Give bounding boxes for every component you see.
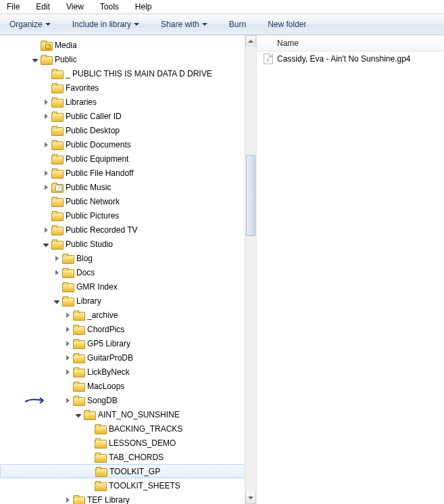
tree-item-label: Blog [76,254,93,263]
include-in-library-button[interactable]: Include in library [68,17,143,32]
expand-icon[interactable] [42,169,50,177]
tree-item[interactable]: Favorites [0,81,245,95]
menu-tools[interactable]: Tools [96,1,123,13]
expand-icon[interactable] [64,311,72,319]
tree-item-label: Public [55,55,77,64]
folder-icon [73,353,84,363]
tree-item-label: Public Equipment [66,154,128,164]
tree-item[interactable]: Docs [0,265,245,279]
tree-item-label: Favorites [66,83,99,93]
burn-label: Burn [229,20,246,29]
tree-item[interactable]: _archive [0,308,245,322]
locked-folder-icon [41,41,51,50]
folder-icon [95,467,106,476]
tree-item[interactable]: LickByNeck [0,365,245,379]
tree-item-label: TOOLKIT_SHEETS [109,481,180,490]
dropdown-arrow-icon [45,23,51,26]
folder-icon [51,69,62,78]
collapse-icon[interactable] [42,240,50,248]
column-header-name[interactable]: Name [257,35,444,51]
tree-item[interactable]: _ PUBLIC THIS IS MAIN DATA D DRIVE [0,66,245,81]
arrow-down-icon [248,497,253,499]
expander-placeholder [42,212,50,220]
folder-icon [51,154,62,164]
tree-item[interactable]: Blog [0,251,245,265]
expand-icon[interactable] [53,269,61,277]
tree-item[interactable]: AINT_NO_SUNSHINE [0,407,245,421]
folder-icon [51,97,62,107]
tree-item[interactable]: Public Caller ID [0,109,245,123]
tree-item-label: Public File Handoff [66,168,134,178]
tree-item[interactable]: Public Pictures [0,208,245,223]
tree-item[interactable]: GMR Index [0,279,245,294]
tree-item[interactable]: TOOLKIT_GP [0,464,245,478]
collapse-icon[interactable] [31,55,39,64]
folder-icon [62,268,73,277]
organize-button[interactable]: Organize [5,17,55,32]
tree-item[interactable]: LESSONS_DEMO [0,436,245,450]
tree-item[interactable]: BACKING_TRACKS [0,421,245,436]
collapse-icon[interactable] [53,297,61,305]
new-folder-label: New folder [268,20,306,29]
tree-item[interactable]: Library [0,294,245,308]
expand-icon[interactable] [42,112,50,120]
menu-edit[interactable]: Edit [32,1,54,13]
tree-item[interactable]: TOOLKIT_SHEETS [0,478,245,492]
new-folder-button[interactable]: New folder [264,17,310,32]
tree-item[interactable]: Public Network [0,194,245,208]
tree-item-label: LickByNeck [87,367,130,377]
expand-icon[interactable] [64,368,72,376]
folder-icon [51,197,62,206]
tree-item-label: TAB_CHORDS [109,453,164,462]
tree-item[interactable]: Public Equipment [0,152,245,166]
expand-icon[interactable] [64,396,72,405]
file-item[interactable]: ♪Cassidy, Eva - Ain't No Sunshine.gp4 [257,51,444,66]
burn-button[interactable]: Burn [225,17,250,32]
scroll-down-button[interactable] [245,492,256,504]
expand-icon[interactable] [42,183,50,191]
tree-item-label: AINT_NO_SUNSHINE [98,410,180,419]
tree-item-label: Public Caller ID [66,112,122,121]
tree-item[interactable]: ♪Public Music [0,180,245,194]
expand-icon[interactable] [64,354,72,362]
expand-icon[interactable] [42,98,50,106]
tree-item-label: SongDB [87,396,118,405]
tree-item[interactable]: Media [0,38,245,52]
tree-item[interactable]: Public Studio [0,237,245,251]
expand-icon[interactable] [42,141,50,149]
share-with-button[interactable]: Share with [157,17,212,32]
collapse-icon[interactable] [74,411,82,419]
scroll-track[interactable] [245,47,256,492]
folder-icon [51,168,62,178]
tree-item[interactable]: GuitarProDB [0,350,245,365]
tree-item[interactable]: GP5 Library [0,336,245,350]
expand-icon[interactable] [64,325,72,334]
tree-item[interactable]: MacLoops [0,379,245,393]
expand-icon[interactable] [42,226,50,234]
tree-item[interactable]: Public Documents [0,137,245,152]
expand-icon[interactable] [64,496,72,504]
tree-item[interactable]: Public Desktop [0,123,245,137]
tree-item[interactable]: Public Recorded TV [0,223,245,237]
scrollbar[interactable] [245,35,256,504]
expander-placeholder [64,382,72,390]
tree-item-label: TEF Library [87,495,130,505]
expand-icon[interactable] [53,254,61,262]
tree-item[interactable]: Public [0,52,245,66]
folder-icon [95,438,105,448]
scroll-thumb[interactable] [246,155,255,236]
tree-item[interactable]: TAB_CHORDS [0,450,245,464]
expander-placeholder [85,425,93,433]
tree-item-label: Public Pictures [66,211,119,221]
menu-view[interactable]: View [62,1,88,13]
tree-item[interactable]: ChordPics [0,322,245,336]
menu-help[interactable]: Help [131,1,156,13]
expand-icon[interactable] [64,340,72,348]
tree-item[interactable]: TEF Library [0,492,245,504]
menu-file[interactable]: File [3,1,24,13]
tree-item[interactable]: Public File Handoff [0,166,245,180]
tree-item-label: LESSONS_DEMO [109,438,176,448]
scroll-up-button[interactable] [245,35,256,47]
tree-item[interactable]: Libraries [0,95,245,109]
tree-item-label: Libraries [66,97,97,107]
